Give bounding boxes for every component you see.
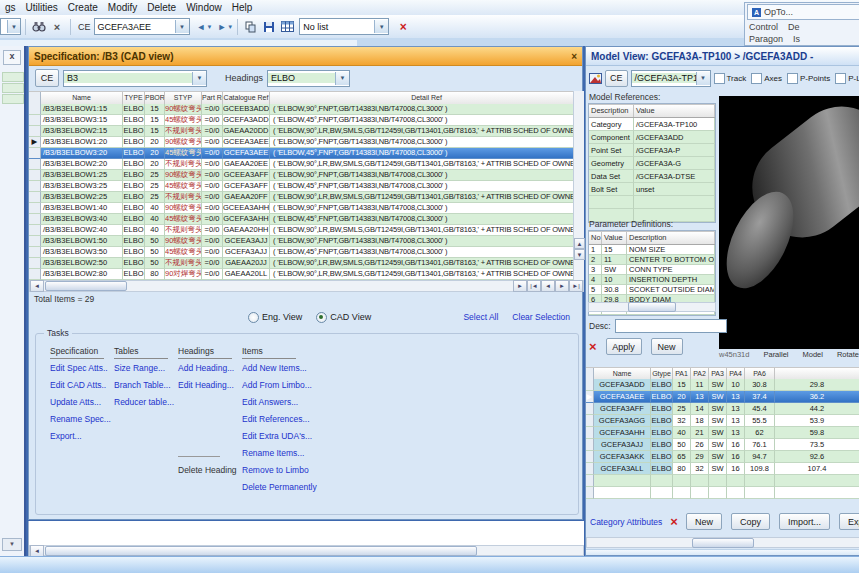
table-cell[interactable]: Category: [589, 118, 634, 131]
table-cell[interactable]: ELBO: [651, 463, 673, 475]
ce-element-combo[interactable]: GCEFA3AEE▼: [94, 18, 190, 35]
row-marker[interactable]: [586, 463, 594, 475]
table-cell[interactable]: 50: [673, 439, 691, 451]
row-marker[interactable]: [29, 203, 41, 214]
checkbox-icon[interactable]: [835, 73, 846, 84]
table-cell[interactable]: 40: [145, 203, 165, 214]
table-cell[interactable]: /GCEFA3A-DTSE: [634, 170, 715, 183]
table-cell[interactable]: 不规则弯头: [165, 159, 202, 170]
view-mode-label[interactable]: Model: [802, 350, 822, 362]
table-cell[interactable]: SW: [709, 463, 727, 475]
column-header-value[interactable]: Value: [634, 105, 715, 117]
menu-item-modify[interactable]: Modify: [103, 2, 142, 13]
table-row[interactable]: /B3/B3ELBOW1:25ELBO2590螺纹弯头=0/0GCEEA3AFF…: [29, 170, 584, 181]
table-cell[interactable]: [691, 487, 709, 499]
table-cell[interactable]: ELBO: [123, 269, 145, 280]
row-marker[interactable]: [586, 415, 594, 427]
menu-item-utilities[interactable]: Utilities: [21, 2, 63, 13]
task-link-size-range-[interactable]: Size Range...: [114, 363, 165, 373]
table-cell[interactable]: GCEFA3ALL: [594, 463, 651, 475]
table-cell[interactable]: ( 'ELBOW,90°,LR,BW,SMLS,GB/T12459I,GB/T1…: [270, 192, 584, 203]
table-cell[interactable]: CONN TYPE: [627, 265, 715, 275]
row-marker[interactable]: [29, 214, 41, 225]
select-all-link[interactable]: Select All: [463, 312, 498, 322]
list-grid-icon[interactable]: [278, 18, 296, 36]
table-cell[interactable]: 53.9: [775, 415, 859, 427]
table-cell[interactable]: [634, 196, 715, 209]
table-cell[interactable]: 109.8: [745, 463, 775, 475]
table-cell[interactable]: 5: [589, 285, 602, 295]
table-cell[interactable]: =0/0: [202, 269, 223, 280]
row-marker[interactable]: [29, 148, 41, 159]
table-cell[interactable]: 25: [673, 403, 691, 415]
table-row[interactable]: Category/GCEFA3A-TP100: [589, 118, 715, 131]
table-cell[interactable]: Bolt Set: [589, 183, 634, 196]
table-cell[interactable]: ELBO: [651, 439, 673, 451]
scroll-left-icon[interactable]: ◄: [30, 545, 44, 557]
table-cell[interactable]: 20: [145, 159, 165, 170]
table-cell[interactable]: 90螺纹弯头: [165, 203, 202, 214]
menu-item-gs[interactable]: gs: [0, 2, 21, 13]
table-cell[interactable]: /B3/B3ELBOW3:40: [41, 214, 123, 225]
table-cell[interactable]: /B3/B3ELBOW3:50: [41, 247, 123, 258]
table-row[interactable]: GCEFA3ALLELBO8032SW16109.8107.4: [586, 463, 859, 475]
first-record-icon[interactable]: |◄: [527, 280, 541, 292]
task-link-rename-items-[interactable]: Rename Items...: [242, 448, 304, 458]
last-record-icon[interactable]: ►|: [569, 280, 583, 292]
table-cell[interactable]: 94.7: [745, 451, 775, 463]
table-cell[interactable]: 10: [602, 275, 627, 285]
column-header-value[interactable]: Value: [602, 232, 627, 244]
button-new[interactable]: New: [686, 513, 722, 530]
table-row[interactable]: 211CENTER TO BOTTOM OF FACE: [589, 255, 715, 265]
table-cell[interactable]: 90螺纹弯头: [165, 137, 202, 148]
palette-row[interactable]: ParagonIs: [745, 33, 859, 45]
task-link-export-[interactable]: Export...: [50, 431, 82, 441]
table-cell[interactable]: 不规则弯头: [165, 192, 202, 203]
table-cell[interactable]: [727, 475, 745, 487]
table-cell[interactable]: SW: [709, 451, 727, 463]
table-cell[interactable]: 15: [145, 115, 165, 126]
table-cell[interactable]: 16: [727, 439, 745, 451]
save-icon[interactable]: [260, 18, 278, 36]
category-attributes-link[interactable]: Category Attributes: [590, 517, 662, 527]
table-cell[interactable]: GAEAA20HH: [223, 225, 270, 236]
table-cell[interactable]: ELBO: [123, 192, 145, 203]
table-row[interactable]: Component/GCEFA3ADD: [589, 131, 715, 144]
table-row[interactable]: GCEFA3ADDELBO1511SW1030.829.8: [586, 379, 859, 391]
table-cell[interactable]: /GCEFA3ADD: [634, 131, 715, 144]
table-cell[interactable]: 59.8: [775, 427, 859, 439]
table-cell[interactable]: /B3/B3ELBOW1:20: [41, 137, 123, 148]
task-link-reducer-table-[interactable]: Reducer table...: [114, 397, 174, 407]
row-marker[interactable]: [586, 451, 594, 463]
clear-selection-link[interactable]: Clear Selection: [512, 312, 570, 322]
table-cell[interactable]: =0/0: [202, 104, 223, 115]
table-cell[interactable]: 62: [745, 427, 775, 439]
table-row[interactable]: Geometry/GCEFA3A-G: [589, 157, 715, 170]
table-row[interactable]: 530.8SCOKET OUTSIDE DIAM: [589, 285, 715, 295]
table-cell[interactable]: Data Set: [589, 170, 634, 183]
scroll-left-icon[interactable]: ◄: [30, 280, 44, 292]
apply-button[interactable]: Apply: [606, 338, 642, 355]
table-cell[interactable]: [651, 475, 673, 487]
table-cell[interactable]: GCEFA3AFF: [594, 403, 651, 415]
table-cell[interactable]: 55.5: [745, 415, 775, 427]
table-cell[interactable]: SW: [602, 265, 627, 275]
checkbox-icon[interactable]: [714, 73, 725, 84]
table-cell[interactable]: ELBO: [123, 181, 145, 192]
button-copy[interactable]: Copy: [731, 513, 770, 530]
table-cell[interactable]: /GCEFA3A-G: [634, 157, 715, 170]
table-cell[interactable]: 107.4: [775, 463, 859, 475]
ce-button[interactable]: CE: [35, 69, 59, 87]
task-link-edit-answers-[interactable]: Edit Answers...: [242, 397, 298, 407]
table-cell[interactable]: /B3/B3ELBOW1:50: [41, 236, 123, 247]
table-cell[interactable]: SW: [709, 379, 727, 391]
column-header-no[interactable]: No: [589, 232, 602, 244]
table-cell[interactable]: 65: [673, 451, 691, 463]
table-cell[interactable]: ELBO: [123, 225, 145, 236]
table-row[interactable]: 410INSERTION DEPTH: [589, 275, 715, 285]
table-cell[interactable]: =0/0: [202, 225, 223, 236]
table-cell[interactable]: SW: [709, 403, 727, 415]
table-cell[interactable]: GCEFA3AFF: [223, 181, 270, 192]
table-cell[interactable]: /B3/B3ELBOW2:40: [41, 225, 123, 236]
table-cell[interactable]: GCEFA3ADD: [594, 379, 651, 391]
